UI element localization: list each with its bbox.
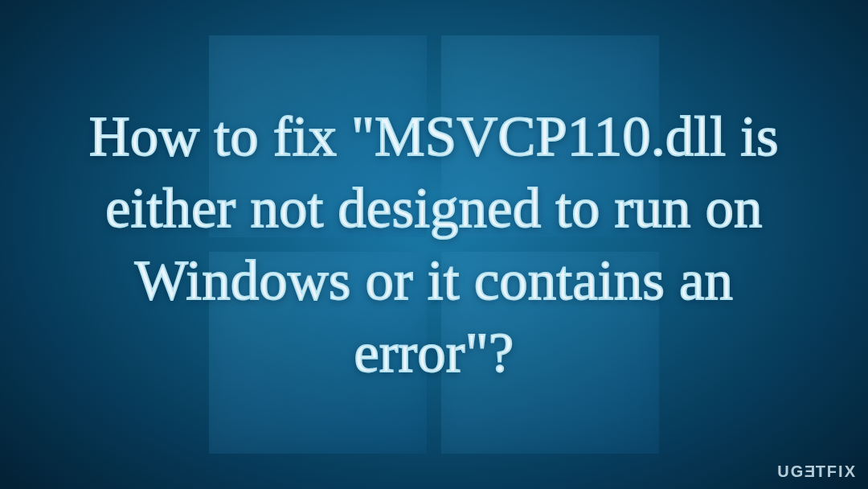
- watermark-suffix: TFIX: [816, 462, 857, 480]
- hero-image: How to fix "MSVCP110.dll is either not d…: [0, 0, 868, 489]
- watermark-prefix: UG: [777, 462, 805, 480]
- article-title: How to fix "MSVCP110.dll is either not d…: [48, 101, 820, 388]
- site-watermark: UGETFIX: [777, 462, 857, 481]
- watermark-reversed-e: E: [805, 462, 815, 481]
